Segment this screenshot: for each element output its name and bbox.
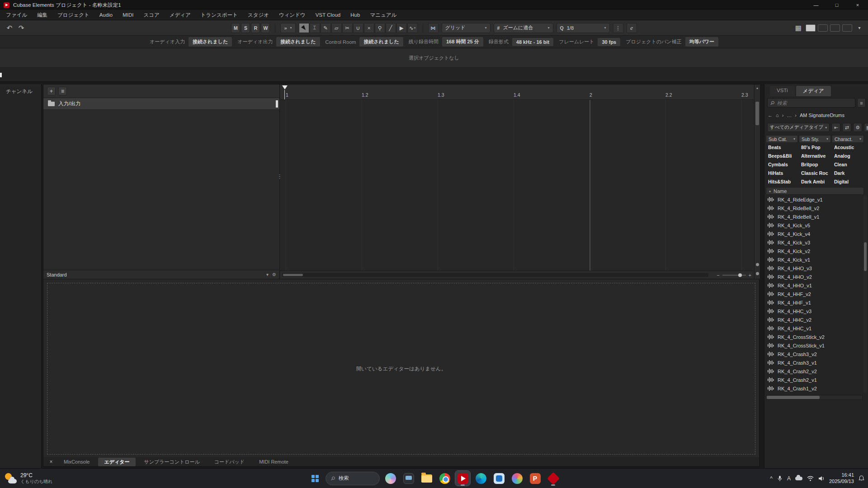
gear-icon[interactable]: ⚙	[272, 272, 276, 277]
media-file-row[interactable]: RK_4_HHF_v2	[766, 290, 863, 298]
taskbar-search[interactable]: ⚲ 検索	[326, 472, 380, 485]
microphone-icon[interactable]	[777, 475, 783, 482]
menu-item[interactable]: ウィンドウ	[274, 12, 311, 19]
left-zone-toggle[interactable]	[806, 24, 816, 32]
media-file-row[interactable]: RK_4_CrossStick_v2	[766, 333, 863, 341]
split-tool[interactable]: ✂	[342, 23, 353, 33]
menu-item[interactable]: プロジェクト	[52, 12, 94, 19]
media-file-row[interactable]: RK_4_Crash2_v2	[766, 367, 863, 375]
object-selection-tool[interactable]	[299, 23, 309, 33]
menu-item[interactable]: 編集	[32, 12, 52, 19]
track-scale-value[interactable]: Standard	[47, 272, 67, 277]
outlook-app-icon[interactable]	[491, 471, 506, 486]
menu-item[interactable]: VST Cloud	[311, 12, 345, 18]
start-button[interactable]	[307, 471, 322, 486]
status-value[interactable]: 接続されました	[359, 37, 403, 47]
media-file-row[interactable]: RK_4_Crash1_v2	[766, 384, 863, 393]
wifi-icon[interactable]	[807, 476, 814, 481]
filter-item[interactable]: Britpop	[799, 160, 831, 169]
edge-app-icon[interactable]	[473, 471, 488, 486]
automation-button[interactable]: W	[261, 23, 270, 33]
filter-item[interactable]: 80's Pop	[799, 143, 831, 151]
menu-item[interactable]: Hub	[345, 12, 365, 18]
media-file-row[interactable]: RK_4_HHC_v3	[766, 307, 863, 315]
filter-item[interactable]: Clean	[832, 160, 864, 169]
status-value[interactable]: 48 kHz - 16 bit	[512, 38, 553, 46]
minimize-button[interactable]: —	[806, 0, 826, 10]
menu-item[interactable]: Audio	[94, 12, 118, 18]
reset-filter-button[interactable]: ⇤	[831, 123, 840, 132]
grid-type-dropdown[interactable]: # ズームに適合 ▾	[494, 23, 553, 33]
filter-item[interactable]: Acoustic	[832, 143, 864, 151]
menu-item[interactable]: トランスポート	[196, 12, 243, 19]
media-file-row[interactable]: RK_4_Crash2_v1	[766, 375, 863, 384]
media-type-dropdown[interactable]: すべてのメディアタイプ ▾	[767, 123, 830, 132]
media-file-row[interactable]: RK_4_HHO_v3	[766, 264, 863, 272]
onedrive-cloud-icon[interactable]	[795, 477, 802, 480]
media-search-box[interactable]: ⚲	[767, 98, 855, 108]
track-row-io[interactable]: 入力/出力	[43, 98, 279, 110]
media-list-hscrollbar[interactable]	[766, 395, 863, 400]
status-value[interactable]: 接続されました	[276, 37, 320, 47]
home-icon[interactable]: ⌂	[776, 113, 779, 118]
file-explorer-icon[interactable]	[419, 471, 434, 486]
media-file-row[interactable]: RK_4_CrossStick_v1	[766, 341, 863, 350]
filter-item[interactable]: Beeps&Bli	[766, 151, 798, 160]
status-value[interactable]: 均等パワー	[685, 37, 719, 47]
arrangement-grid[interactable]	[280, 100, 754, 271]
tab-editor[interactable]: エディター	[98, 458, 135, 466]
notification-bell-icon[interactable]	[859, 475, 864, 481]
zoom-slider[interactable]	[722, 275, 746, 276]
vscroll-thumb[interactable]	[755, 102, 759, 125]
tab-mixconsole[interactable]: MixConsole	[58, 458, 95, 465]
playhead-marker[interactable]	[282, 85, 288, 92]
vscroll-up-button[interactable]: ▴	[755, 85, 760, 91]
filter-item[interactable]: Dark Ambi	[799, 177, 831, 185]
channel-tab[interactable]: チャンネル	[0, 84, 41, 95]
hscroll-track[interactable]	[282, 273, 708, 277]
menu-item[interactable]: スタジオ	[243, 12, 274, 19]
vzoom-dot-upper[interactable]	[756, 263, 759, 266]
media-file-row[interactable]: RK_4_Kick_v3	[766, 238, 863, 247]
menu-item[interactable]: ファイル	[1, 12, 32, 19]
window-layout-button[interactable]: ▦	[793, 23, 803, 33]
status-value[interactable]: 168 時間 25 分	[442, 37, 483, 47]
play-tool[interactable]: ▶	[396, 23, 407, 33]
add-track-button[interactable]: +	[47, 87, 56, 95]
zoom-tool[interactable]: ⚲	[375, 23, 385, 33]
gear-icon[interactable]: ⚙	[853, 123, 862, 132]
view-toggle-button[interactable]: ▦	[864, 123, 868, 132]
automation-button[interactable]: R	[251, 23, 260, 33]
copilot-app-icon[interactable]	[383, 471, 398, 486]
filter-item[interactable]: Alternative	[799, 151, 831, 160]
media-file-row[interactable]: RK_4_RideBell_v1	[766, 212, 863, 221]
shuffle-button[interactable]: ⇄	[842, 123, 851, 132]
filter-header-substyle[interactable]: Sub Sty. ▾	[799, 135, 831, 143]
filter-header-character[interactable]: Charact. ▾	[832, 135, 864, 143]
status-value[interactable]: 30 fps	[598, 38, 620, 46]
erase-tool[interactable]: ▱	[331, 23, 342, 33]
results-name-header[interactable]: ▴ Name	[766, 187, 864, 195]
steinberg-app-icon[interactable]	[546, 471, 561, 486]
filter-item[interactable]: Beats	[766, 143, 798, 151]
grid-mode-dropdown[interactable]: グリッド ▾	[442, 23, 491, 33]
media-list-vscroll-thumb[interactable]	[864, 242, 867, 271]
powerpoint-app-icon[interactable]: P	[528, 471, 542, 486]
toolbar-options-chevron[interactable]: ▾	[854, 23, 864, 33]
hscroll-thumb[interactable]	[283, 274, 303, 276]
zoom-out-button[interactable]: −	[717, 272, 719, 278]
taskbar-clock[interactable]: 16:41 2025/09/13	[829, 472, 854, 485]
media-file-row[interactable]: RK_4_Crash3_v2	[766, 350, 863, 358]
status-value[interactable]: 接続されました	[189, 37, 232, 47]
media-file-row[interactable]: RK_4_RideEdge_v1	[766, 195, 863, 204]
chevron-down-icon[interactable]: ▾	[266, 272, 269, 277]
vzoom-dot-lower[interactable]	[756, 272, 759, 275]
system-app-icon[interactable]	[401, 471, 416, 486]
media-file-row[interactable]: RK_4_Kick_v5	[766, 221, 863, 230]
filter-item[interactable]: Cymbals	[766, 160, 798, 169]
breadcrumb-ellipsis[interactable]: …	[787, 113, 792, 118]
quantize-dropdown[interactable]: Q 1/8 ▾	[557, 23, 610, 33]
media-file-row[interactable]: RK_4_Kick_v2	[766, 247, 863, 255]
filter-item[interactable]: Classic Roc	[799, 169, 831, 177]
filter-item[interactable]: Digital	[832, 177, 864, 185]
